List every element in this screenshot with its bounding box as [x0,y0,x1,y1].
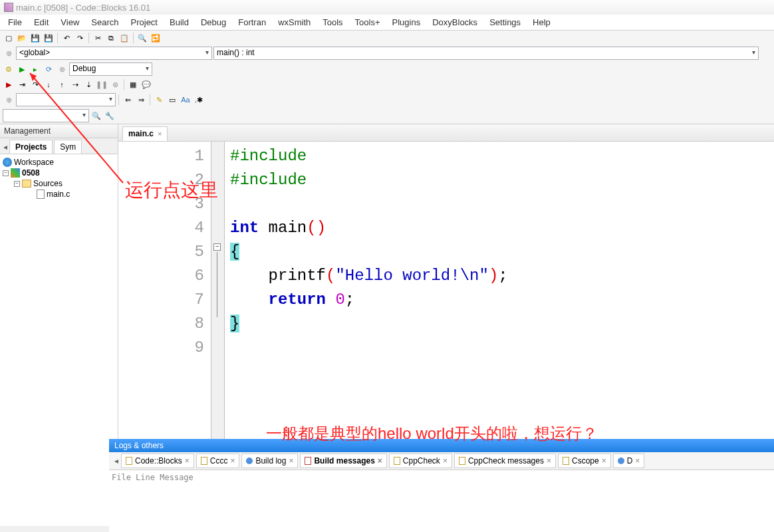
fold-collapse-icon[interactable]: − [213,243,221,251]
menu-edit[interactable]: Edit [29,15,54,29]
save-all-icon[interactable]: 💾 [43,32,55,44]
close-icon[interactable]: × [602,456,606,466]
menu-tools+[interactable]: Tools+ [350,15,386,29]
log-tab-cccc[interactable]: Cccc× [196,454,240,468]
menu-tools[interactable]: Tools [317,15,348,29]
collapse-icon[interactable]: − [3,170,9,176]
forward-icon[interactable]: ⇒ [135,94,147,106]
editor-tab-label: main.c [128,129,154,138]
file-icon [37,190,45,199]
menu-settings[interactable]: Settings [484,15,526,29]
search-combo[interactable] [16,93,116,106]
stop-debug-icon[interactable]: ⊗ [109,78,121,90]
highlight-icon[interactable]: ✎ [153,94,165,106]
log-tab-build-messages[interactable]: Build messages× [300,454,386,468]
project-icon [11,168,20,178]
menu-search[interactable]: Search [86,15,124,29]
close-icon[interactable]: × [547,456,551,466]
close-tab-icon[interactable]: × [158,130,162,138]
abort-icon[interactable]: ⊗ [56,63,68,75]
log-tab-icon [246,458,253,464]
close-icon[interactable]: × [443,456,448,466]
log-tab-icon [126,457,132,465]
open-icon[interactable]: 📂 [16,32,28,44]
replace-icon[interactable]: 🔁 [150,32,162,44]
copy-icon[interactable]: ⧉ [105,32,117,44]
tree-file[interactable]: main.c [3,189,115,200]
tab-prev-icon[interactable]: ◂ [112,456,121,466]
menu-debug[interactable]: Debug [195,15,231,29]
logs-content: File Line Message [109,470,774,532]
next-instr-icon[interactable]: ⇢ [69,78,81,90]
close-icon[interactable]: × [635,456,640,466]
editor-tab-main[interactable]: main.c × [122,126,168,141]
zoom-icon[interactable]: 🔍 [90,110,102,122]
settings-icon[interactable]: 🔧 [104,110,116,122]
log-tab-cppcheck[interactable]: CppCheck× [389,454,452,468]
log-tab-cppcheck-messages[interactable]: CppCheck messages× [454,454,556,468]
close-icon[interactable]: × [378,456,382,466]
scope-combo[interactable]: <global> [16,47,212,60]
build-icon[interactable]: ⚙ [3,63,15,75]
close-icon[interactable]: × [289,456,293,466]
regex-icon[interactable]: .✱ [193,94,205,106]
tree-folder[interactable]: − Sources [3,178,115,189]
build-target-combo[interactable]: Debug [69,63,152,76]
menu-view[interactable]: View [55,15,84,29]
logs-columns: File Line Message [112,473,771,482]
menu-doxyblocks[interactable]: DoxyBlocks [427,15,483,29]
next-line-icon[interactable]: ↷ [29,78,41,90]
menu-build[interactable]: Build [164,15,194,29]
step-into-icon[interactable]: ↓ [43,78,55,90]
menu-fortran[interactable]: Fortran [233,15,271,29]
collapse-icon[interactable]: − [14,181,20,187]
menu-file[interactable]: File [3,15,27,29]
log-tab-label: CppCheck messages [468,456,544,466]
tree-workspace[interactable]: Workspace [3,157,115,168]
case-icon[interactable]: Aa [180,94,192,106]
step-instr-icon[interactable]: ⇣ [82,78,94,90]
tree-project[interactable]: − 0508 [3,168,115,178]
function-combo[interactable]: main() : int [213,47,759,60]
logs-tabs: ◂ Code::Blocks×Cccc×Build log×Build mess… [109,452,774,470]
step-out-icon[interactable]: ↑ [56,78,68,90]
debug-windows-icon[interactable]: ▦ [127,78,139,90]
menu-plugins[interactable]: Plugins [387,15,426,29]
log-tab-label: CppCheck [403,456,440,466]
paste-icon[interactable]: 📋 [118,32,130,44]
log-tab-d[interactable]: D× [613,454,645,468]
tab-symbols[interactable]: Sym [54,140,82,154]
debug-run-icon[interactable]: ▶ [3,78,15,90]
menu-wxsmith[interactable]: wxSmith [273,15,316,29]
toolbars: ▢ 📂 💾 💾 ↶ ↷ ✂ ⧉ 📋 🔍 🔁 ⊗ <global> main() … [0,31,774,124]
tab-prev-icon[interactable]: ◂ [1,142,9,152]
menu-help[interactable]: Help [527,15,556,29]
menu-bar: FileEditViewSearchProjectBuildDebugFortr… [0,15,774,31]
build-run-icon[interactable]: ▸ [29,63,41,75]
extra-combo[interactable] [3,109,89,122]
cut-icon[interactable]: ✂ [92,32,104,44]
break-icon[interactable]: ❚❚ [96,78,108,90]
undo-icon[interactable]: ↶ [61,32,72,44]
menu-project[interactable]: Project [126,15,163,29]
log-tab-build-log[interactable]: Build log× [241,454,298,468]
close-icon[interactable]: × [230,456,235,466]
tab-projects[interactable]: Projects [9,140,53,154]
run-to-cursor-icon[interactable]: ⇥ [16,78,28,90]
run-icon[interactable]: ▶ [16,63,28,75]
back-icon[interactable]: ⇐ [122,94,134,106]
stop-scope-icon[interactable]: ⊗ [3,47,15,59]
clear-icon[interactable]: ⊗ [3,94,15,106]
selection-icon[interactable]: ▭ [166,94,178,106]
close-icon[interactable]: × [185,456,190,466]
redo-icon[interactable]: ↷ [74,32,86,44]
save-icon[interactable]: 💾 [29,32,41,44]
info-icon[interactable]: 💬 [140,78,152,90]
find-icon[interactable]: 🔍 [136,32,148,44]
log-tab-icon [563,457,569,465]
new-file-icon[interactable]: ▢ [3,32,15,44]
log-tab-code-blocks[interactable]: Code::Blocks× [121,454,194,468]
management-panel: Management ◂ Projects Sym Workspace − 05… [0,124,118,526]
log-tab-cscope[interactable]: Cscope× [558,454,611,468]
rebuild-icon[interactable]: ⟳ [43,63,55,75]
